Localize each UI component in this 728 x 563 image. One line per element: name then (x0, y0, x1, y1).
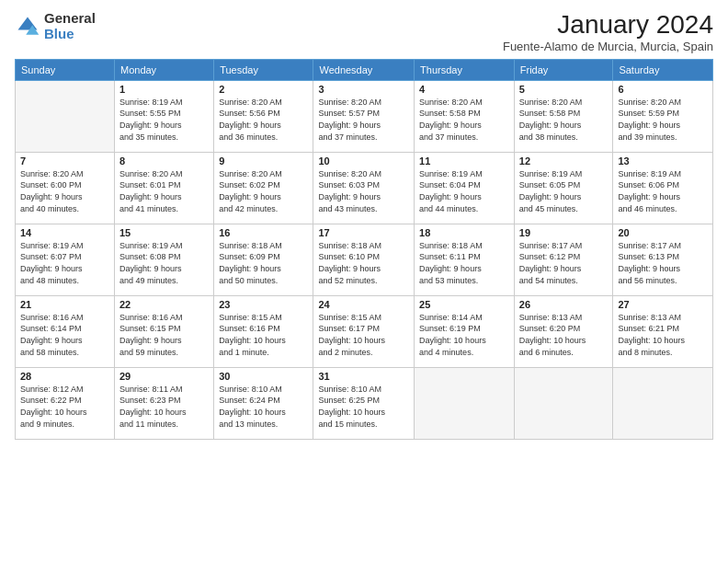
day-info: Sunrise: 8:12 AM Sunset: 6:22 PM Dayligh… (20, 384, 109, 430)
day-cell-8: 8Sunrise: 8:20 AM Sunset: 6:01 PM Daylig… (114, 152, 213, 224)
day-number: 30 (219, 371, 308, 382)
week-row-3: 14Sunrise: 8:19 AM Sunset: 6:07 PM Dayli… (16, 224, 713, 295)
day-info: Sunrise: 8:15 AM Sunset: 6:16 PM Dayligh… (219, 312, 308, 358)
day-cell-4: 4Sunrise: 8:20 AM Sunset: 5:58 PM Daylig… (415, 80, 515, 152)
week-row-1: 1Sunrise: 8:19 AM Sunset: 5:55 PM Daylig… (16, 80, 713, 152)
day-number: 17 (318, 227, 409, 238)
day-cell-17: 17Sunrise: 8:18 AM Sunset: 6:10 PM Dayli… (313, 224, 415, 295)
day-cell-31: 31Sunrise: 8:10 AM Sunset: 6:25 PM Dayli… (313, 367, 415, 439)
day-cell-10: 10Sunrise: 8:20 AM Sunset: 6:03 PM Dayli… (313, 152, 415, 224)
empty-cell (415, 367, 515, 439)
day-number: 19 (519, 227, 609, 238)
day-number: 2 (219, 84, 308, 95)
day-info: Sunrise: 8:20 AM Sunset: 6:03 PM Dayligh… (318, 168, 409, 214)
day-info: Sunrise: 8:18 AM Sunset: 6:10 PM Dayligh… (318, 240, 409, 286)
day-info: Sunrise: 8:19 AM Sunset: 5:55 PM Dayligh… (119, 97, 209, 143)
day-info: Sunrise: 8:11 AM Sunset: 6:23 PM Dayligh… (119, 384, 209, 430)
week-row-4: 21Sunrise: 8:16 AM Sunset: 6:14 PM Dayli… (16, 295, 713, 367)
logo-text: General Blue (44, 11, 96, 41)
day-number: 13 (618, 155, 708, 167)
day-cell-2: 2Sunrise: 8:20 AM Sunset: 5:56 PM Daylig… (214, 80, 313, 152)
day-info: Sunrise: 8:19 AM Sunset: 6:06 PM Dayligh… (618, 168, 708, 214)
day-info: Sunrise: 8:19 AM Sunset: 6:04 PM Dayligh… (419, 168, 509, 214)
day-number: 25 (419, 299, 509, 310)
day-number: 21 (20, 299, 109, 310)
title-block: January 2024 Fuente-Alamo de Murcia, Mur… (503, 11, 713, 53)
day-number: 14 (20, 227, 109, 238)
day-number: 10 (318, 155, 409, 167)
logo-blue: Blue (44, 27, 96, 42)
day-number: 1 (119, 84, 209, 95)
day-info: Sunrise: 8:18 AM Sunset: 6:11 PM Dayligh… (419, 240, 509, 286)
day-cell-20: 20Sunrise: 8:17 AM Sunset: 6:13 PM Dayli… (613, 224, 713, 295)
day-info: Sunrise: 8:16 AM Sunset: 6:15 PM Dayligh… (119, 312, 209, 358)
day-info: Sunrise: 8:19 AM Sunset: 6:07 PM Dayligh… (20, 240, 109, 286)
day-cell-9: 9Sunrise: 8:20 AM Sunset: 6:02 PM Daylig… (214, 152, 313, 224)
day-info: Sunrise: 8:19 AM Sunset: 6:08 PM Dayligh… (119, 240, 209, 286)
day-info: Sunrise: 8:14 AM Sunset: 6:19 PM Dayligh… (419, 312, 509, 358)
day-cell-7: 7Sunrise: 8:20 AM Sunset: 6:00 PM Daylig… (16, 152, 115, 224)
day-info: Sunrise: 8:17 AM Sunset: 6:12 PM Dayligh… (519, 240, 609, 286)
day-number: 6 (618, 84, 708, 95)
day-cell-3: 3Sunrise: 8:20 AM Sunset: 5:57 PM Daylig… (313, 80, 415, 152)
day-info: Sunrise: 8:16 AM Sunset: 6:14 PM Dayligh… (20, 312, 109, 358)
day-info: Sunrise: 8:20 AM Sunset: 5:58 PM Dayligh… (419, 97, 509, 143)
day-info: Sunrise: 8:20 AM Sunset: 6:02 PM Dayligh… (219, 168, 308, 214)
location-title: Fuente-Alamo de Murcia, Murcia, Spain (503, 40, 713, 53)
header-day-monday: Monday (114, 59, 213, 80)
day-info: Sunrise: 8:20 AM Sunset: 5:56 PM Dayligh… (219, 97, 308, 143)
logo: General Blue (15, 11, 96, 41)
day-info: Sunrise: 8:17 AM Sunset: 6:13 PM Dayligh… (618, 240, 708, 286)
day-cell-25: 25Sunrise: 8:14 AM Sunset: 6:19 PM Dayli… (415, 295, 515, 367)
day-cell-26: 26Sunrise: 8:13 AM Sunset: 6:20 PM Dayli… (514, 295, 613, 367)
day-number: 12 (519, 155, 609, 167)
day-cell-15: 15Sunrise: 8:19 AM Sunset: 6:08 PM Dayli… (114, 224, 213, 295)
day-number: 24 (318, 299, 409, 310)
header: General Blue January 2024 Fuente-Alamo d… (15, 11, 713, 53)
day-number: 8 (119, 155, 209, 167)
day-info: Sunrise: 8:19 AM Sunset: 6:05 PM Dayligh… (519, 168, 609, 214)
day-cell-6: 6Sunrise: 8:20 AM Sunset: 5:59 PM Daylig… (613, 80, 713, 152)
month-title: January 2024 (503, 11, 713, 40)
day-info: Sunrise: 8:20 AM Sunset: 5:58 PM Dayligh… (519, 97, 609, 143)
day-number: 16 (219, 227, 308, 238)
day-info: Sunrise: 8:20 AM Sunset: 5:59 PM Dayligh… (618, 97, 708, 143)
day-cell-23: 23Sunrise: 8:15 AM Sunset: 6:16 PM Dayli… (214, 295, 313, 367)
day-number: 22 (119, 299, 209, 310)
header-day-thursday: Thursday (415, 59, 515, 80)
day-info: Sunrise: 8:13 AM Sunset: 6:20 PM Dayligh… (519, 312, 609, 358)
day-number: 26 (519, 299, 609, 310)
day-number: 20 (618, 227, 708, 238)
day-cell-21: 21Sunrise: 8:16 AM Sunset: 6:14 PM Dayli… (16, 295, 115, 367)
day-info: Sunrise: 8:13 AM Sunset: 6:21 PM Dayligh… (618, 312, 708, 358)
day-number: 11 (419, 155, 509, 167)
header-row: SundayMondayTuesdayWednesdayThursdayFrid… (16, 59, 713, 80)
day-info: Sunrise: 8:10 AM Sunset: 6:24 PM Dayligh… (219, 384, 308, 430)
logo-general: General (44, 11, 96, 27)
header-day-friday: Friday (514, 59, 613, 80)
day-number: 27 (618, 299, 708, 310)
day-cell-28: 28Sunrise: 8:12 AM Sunset: 6:22 PM Dayli… (16, 367, 115, 439)
logo-icon (15, 14, 40, 40)
empty-cell (514, 367, 613, 439)
day-cell-18: 18Sunrise: 8:18 AM Sunset: 6:11 PM Dayli… (415, 224, 515, 295)
day-info: Sunrise: 8:18 AM Sunset: 6:09 PM Dayligh… (219, 240, 308, 286)
header-day-wednesday: Wednesday (313, 59, 415, 80)
day-cell-16: 16Sunrise: 8:18 AM Sunset: 6:09 PM Dayli… (214, 224, 313, 295)
day-cell-22: 22Sunrise: 8:16 AM Sunset: 6:15 PM Dayli… (114, 295, 213, 367)
day-cell-11: 11Sunrise: 8:19 AM Sunset: 6:04 PM Dayli… (415, 152, 515, 224)
day-cell-27: 27Sunrise: 8:13 AM Sunset: 6:21 PM Dayli… (613, 295, 713, 367)
day-cell-1: 1Sunrise: 8:19 AM Sunset: 5:55 PM Daylig… (114, 80, 213, 152)
day-number: 3 (318, 84, 409, 95)
day-cell-29: 29Sunrise: 8:11 AM Sunset: 6:23 PM Dayli… (114, 367, 213, 439)
day-cell-14: 14Sunrise: 8:19 AM Sunset: 6:07 PM Dayli… (16, 224, 115, 295)
week-row-2: 7Sunrise: 8:20 AM Sunset: 6:00 PM Daylig… (16, 152, 713, 224)
day-number: 31 (318, 371, 409, 382)
day-number: 23 (219, 299, 308, 310)
calendar-page: General Blue January 2024 Fuente-Alamo d… (0, 0, 728, 563)
calendar-table: SundayMondayTuesdayWednesdayThursdayFrid… (15, 59, 713, 440)
day-info: Sunrise: 8:20 AM Sunset: 6:01 PM Dayligh… (119, 168, 209, 214)
day-number: 29 (119, 371, 209, 382)
header-day-saturday: Saturday (613, 59, 713, 80)
day-number: 15 (119, 227, 209, 238)
